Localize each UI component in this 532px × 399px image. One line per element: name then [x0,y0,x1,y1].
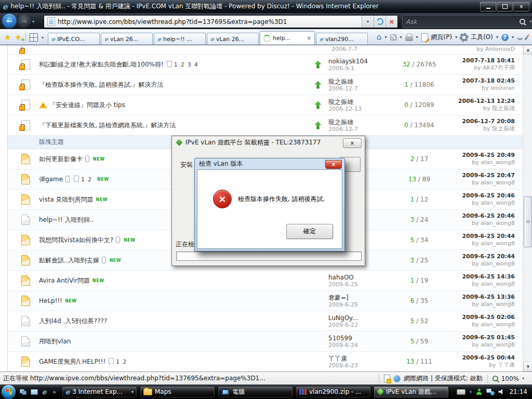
page-link[interactable]: 4 [194,61,198,68]
print-icon[interactable] [405,36,413,41]
last-post-author[interactable]: by alan_wong8 [440,159,515,166]
tab-list-dropdown-icon[interactable]: ▾ [42,35,44,40]
page-link[interactable]: 2 [123,358,126,365]
history-dropdown-icon[interactable]: ▾ [32,19,34,24]
stop-button[interactable]: × [385,16,397,28]
installer-close-button[interactable]: × [343,138,362,148]
tab-3[interactable]: ehelp~!! ... [154,33,206,45]
keyboard-tray-icon[interactable] [457,389,466,395]
minimize-button[interactable] [480,2,496,11]
zoom-control[interactable]: 100% ▾ [487,374,529,383]
start-button[interactable] [2,385,16,399]
last-post-author[interactable]: by alan_wong8 [440,200,515,207]
last-post-author[interactable]: by 龍之振雄 [440,105,515,112]
page-link[interactable]: 1 [174,61,178,68]
thread-title-link[interactable]: vista 見唔到房問題 [39,196,94,203]
scroll-up-button[interactable]: ▲ [523,45,532,55]
search-options-icon[interactable]: ▾ [529,19,531,24]
thread-title-link[interactable]: 點解會話..入唔到去嫁 [39,257,99,264]
home-icon[interactable]: ⌂ [377,33,382,41]
thread-title-link[interactable]: 『安全連線』問題及小 tips [49,101,125,109]
page-link[interactable]: 1 [116,358,119,365]
addon-icon-2[interactable] [525,34,530,40]
thread-title-link[interactable]: Avira AntiVir問題 [39,277,90,284]
taskbar-button-winrar[interactable]: vlan2900.zip - ... [296,386,371,398]
tools-gear-icon[interactable] [460,34,468,41]
page-link[interactable]: 3 [188,61,191,68]
page-link[interactable]: 1 [81,176,85,183]
show-desktop-icon[interactable] [31,389,38,395]
thread-title-link[interactable]: HeLp!!! [39,297,62,304]
page-link[interactable]: 2 [88,176,91,183]
tab-active[interactable]: help...× [260,31,315,45]
quick-tabs-icon[interactable] [30,33,38,42]
messenger-tray-icon[interactable] [476,389,482,395]
address-dropdown-button[interactable]: ▾ [362,16,374,28]
last-post-author[interactable]: by alan_wong8 [440,321,515,328]
thread-author[interactable]: 龍之振雄 [328,78,398,85]
thread-author[interactable]: nokiaysk104 [328,58,398,65]
tab-6[interactable]: evlan290... [316,33,368,45]
ok-button[interactable]: 確定 [286,224,333,239]
installer-dialog-titlebar[interactable]: IPvE vLan 遊戲平台 裝載精靈 - TEL:23873177 [172,136,365,149]
last-post-author[interactable]: by alan_wong8 [440,179,515,187]
page-link[interactable]: 2 [181,61,184,68]
search-icon[interactable] [520,19,525,24]
taskbar-button-maps[interactable]: Maps [140,386,215,398]
tab-4[interactable]: evLan 26... [207,33,259,45]
volume-tray-icon[interactable] [498,389,504,395]
last-post-author[interactable]: by alan_wong8 [440,240,515,247]
refresh-button[interactable] [374,16,385,28]
forward-button[interactable]: → [17,14,31,28]
last-post-author[interactable]: by AntonioxD [476,46,515,52]
hidden-icons-arrow[interactable]: ‹ [470,389,472,395]
tools-menu-label[interactable]: 工具(O) [471,33,493,42]
taskbar-button-computer[interactable]: 電腦 [218,386,293,398]
scroll-down-button[interactable]: ▼ [523,362,532,371]
vertical-scrollbar[interactable]: ▲ ▼ [523,45,532,371]
page-menu-label[interactable]: 網頁(P) [431,33,453,42]
page-menu-icon[interactable] [421,33,428,42]
ie-quicklaunch-icon[interactable]: e [42,388,46,396]
last-post-author[interactable]: by alan_wong8 [440,341,515,349]
thread-author[interactable]: hahaOO [328,274,398,281]
thread-author[interactable]: 龍之振雄 [328,118,398,126]
add-favorite-icon[interactable]: ★ [15,34,21,42]
last-post-author[interactable]: by leishiran [440,85,515,92]
taskbar-clock[interactable]: 21:14 [509,388,527,395]
restore-button[interactable] [497,2,513,11]
thread-title-link[interactable]: 如何更新影像卡 [39,155,83,163]
thread-title-link[interactable]: 『檢查版本操作失敗, 請稍後再試.』解決方法 [39,81,163,88]
thread-title-link[interactable]: 入到l4d .入5到信長???? [39,317,107,325]
taskbar-button-vlan[interactable]: IPvE vLan 遊戲... [374,386,449,398]
tab-2[interactable]: evLan 26... [101,33,153,45]
last-post-author[interactable]: by 龍之振雄 [440,125,515,132]
addon-icon-1[interactable] [517,34,523,40]
thread-author[interactable]: 君豪=] [328,294,398,301]
thread-title-link[interactable]: 和記斷線之迷!教大家點先唔會斷,唔100%得! [39,61,164,68]
network-tray-icon[interactable] [486,389,494,395]
thread-title-link[interactable]: GAME度無房/\ HELP!!! [39,358,105,365]
scrollbar-thumb[interactable] [524,196,532,247]
error-dialog-titlebar[interactable]: 檢查 vLan 版本 [195,158,344,169]
last-post-author[interactable]: by alan_wong8 [440,220,515,227]
rss-feed-icon[interactable] [390,34,397,41]
last-post-author[interactable]: by 丫丫康 [440,362,515,369]
tab-1[interactable]: eIPvE.CO... [48,33,100,45]
window-switcher-icon[interactable] [20,389,26,395]
last-post-author[interactable]: by alan_wong8 [440,281,515,288]
thread-author[interactable]: 龍之振雄 [328,98,398,105]
help-icon[interactable]: ? [501,34,509,41]
search-box[interactable]: Ask ▾ [402,15,532,28]
thread-title-link[interactable]: 用唔到vlan [39,338,71,345]
thread-author[interactable]: LuNgOy... [328,314,398,322]
last-post-author[interactable]: by AK47冇子彈 [440,64,515,72]
thread-title-link[interactable]: 彈game [39,176,63,183]
last-post-author[interactable]: by alan_wong8 [440,260,515,268]
thread-title-link[interactable]: 我想問我vista如何換中文? [39,236,113,244]
taskbar-button-ie-group[interactable]: e 3 Internet Exp... ▾ [62,386,137,398]
favorites-icon[interactable]: ★ [4,34,11,42]
back-button[interactable]: ← [3,14,16,28]
close-button[interactable]: × [513,2,529,11]
thread-author[interactable]: 510599 [328,335,398,342]
